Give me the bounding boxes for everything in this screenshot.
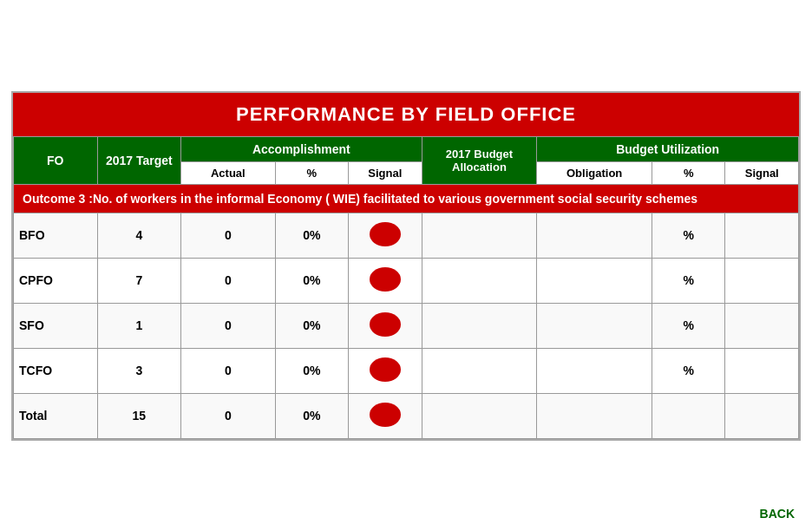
util-signal-sfo — [725, 303, 799, 348]
allocation-sfo — [422, 303, 537, 348]
obligation-sfo — [537, 303, 652, 348]
actual-header: Actual — [181, 161, 276, 184]
util-percent-total — [652, 393, 725, 438]
fo-tcfo: TCFO — [14, 348, 98, 393]
fo-header: FO — [14, 136, 98, 184]
actual-tcfo: 0 — [181, 348, 276, 393]
table-row: SFO 1 0 0% % — [14, 303, 799, 348]
target-total: 15 — [97, 393, 181, 438]
outcome-text: Outcome 3 :No. of workers in the informa… — [14, 184, 799, 213]
actual-total: 0 — [181, 393, 276, 438]
util-percent-header: % — [652, 161, 725, 184]
percent-cpfo: 0% — [275, 258, 348, 303]
actual-bfo: 0 — [181, 213, 276, 258]
red-circle-icon — [370, 267, 401, 292]
obligation-header: Obligation — [537, 161, 652, 184]
fo-sfo: SFO — [14, 303, 98, 348]
target-header: 2017 Target — [97, 136, 181, 184]
red-circle-icon — [370, 222, 401, 246]
actual-sfo: 0 — [181, 303, 276, 348]
util-signal-tcfo — [725, 348, 799, 393]
util-signal-total — [725, 393, 799, 438]
obligation-bfo — [537, 213, 652, 258]
percent-tcfo: 0% — [275, 348, 348, 393]
util-percent-bfo: % — [652, 213, 725, 258]
util-percent-cpfo: % — [652, 258, 725, 303]
obligation-total — [537, 393, 652, 438]
signal-tcfo — [349, 348, 422, 393]
percent-sfo: 0% — [275, 303, 348, 348]
table-row: TCFO 3 0 0% % — [14, 348, 799, 393]
allocation-bfo — [422, 213, 537, 258]
target-sfo: 1 — [97, 303, 181, 348]
util-percent-tcfo: % — [652, 348, 725, 393]
table-row: Total 15 0 0% — [14, 393, 799, 438]
signal-sfo — [349, 303, 422, 348]
percent-header: % — [275, 161, 348, 184]
red-circle-icon — [370, 357, 401, 382]
fo-total: Total — [14, 393, 98, 438]
red-circle-icon — [370, 312, 401, 337]
target-cpfo: 7 — [97, 258, 181, 303]
allocation-tcfo — [422, 348, 537, 393]
obligation-tcfo — [537, 348, 652, 393]
page-title: PERFORMANCE BY FIELD OFFICE — [13, 93, 799, 136]
budget-header: 2017 Budget Allocation — [422, 136, 537, 184]
target-bfo: 4 — [97, 213, 181, 258]
main-table-container: PERFORMANCE BY FIELD OFFICE FO 2017 Targ… — [11, 91, 801, 441]
table-row: BFO 4 0 0% % — [14, 213, 799, 258]
back-button[interactable]: BACK — [760, 507, 795, 521]
target-tcfo: 3 — [97, 348, 181, 393]
red-circle-icon — [370, 403, 401, 427]
util-percent-sfo: % — [652, 303, 725, 348]
fo-cpfo: CPFO — [14, 258, 98, 303]
utilization-header: Budget Utilization — [537, 136, 799, 161]
percent-bfo: 0% — [275, 213, 348, 258]
signal-bfo — [349, 213, 422, 258]
signal-total — [349, 393, 422, 438]
allocation-total — [422, 393, 537, 438]
obligation-cpfo — [537, 258, 652, 303]
fo-bfo: BFO — [14, 213, 98, 258]
accomplishment-header: Accomplishment — [181, 136, 422, 161]
actual-cpfo: 0 — [181, 258, 276, 303]
util-signal-bfo — [725, 213, 799, 258]
table-row: CPFO 7 0 0% % — [14, 258, 799, 303]
percent-total: 0% — [275, 393, 348, 438]
util-signal-header: Signal — [725, 161, 799, 184]
util-signal-cpfo — [725, 258, 799, 303]
signal-header: Signal — [349, 161, 422, 184]
outcome-row: Outcome 3 :No. of workers in the informa… — [14, 184, 799, 213]
allocation-cpfo — [422, 258, 537, 303]
signal-cpfo — [349, 258, 422, 303]
